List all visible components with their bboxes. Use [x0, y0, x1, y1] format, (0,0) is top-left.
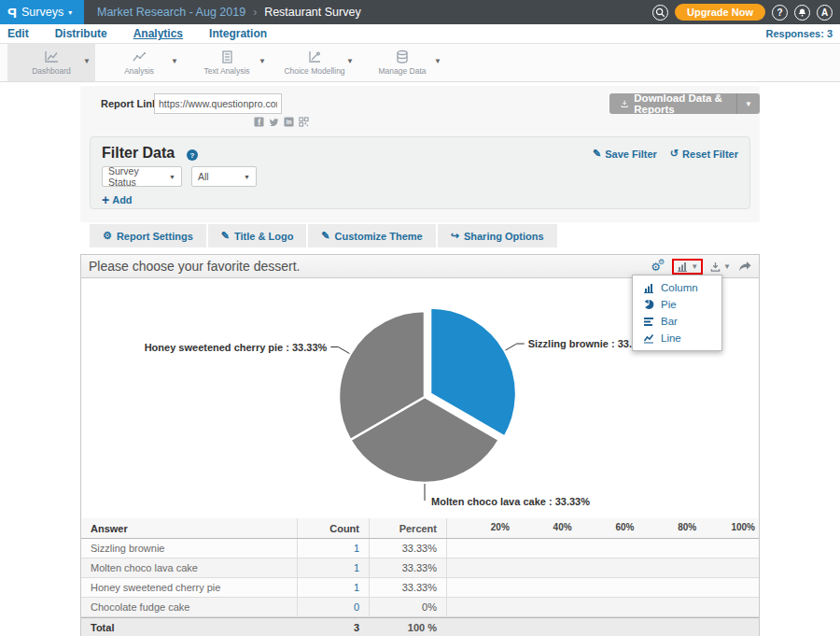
- survey-status-select[interactable]: Survey Status▼: [102, 166, 182, 187]
- search-button[interactable]: [652, 5, 668, 21]
- report-link-input[interactable]: [154, 93, 282, 114]
- notifications-button[interactable]: [794, 5, 810, 21]
- answer-cell: Molten choco lava cake: [81, 558, 297, 577]
- chart-type-menu: Column Pie Bar Line: [632, 275, 722, 351]
- toolbar-item-choice-modelling[interactable]: Choice Modelling ▼: [271, 44, 358, 81]
- choice-modelling-chart-icon: [305, 49, 324, 64]
- toolbar-item-label: Analysis: [124, 66, 154, 76]
- nav-edit[interactable]: Edit: [7, 27, 29, 40]
- surveys-menu[interactable]: P Surveys ▾: [0, 0, 84, 24]
- tab-customize-theme[interactable]: ✎Customize Theme: [308, 224, 435, 247]
- chart-type-button[interactable]: ▼: [677, 261, 698, 272]
- bar-cell: [446, 539, 759, 558]
- nav-integration[interactable]: Integration: [209, 27, 267, 40]
- table-row: Molten choco lava cake 1 33.33%: [81, 558, 759, 578]
- bar-chart-icon: [643, 317, 654, 327]
- avatar[interactable]: A: [817, 5, 833, 21]
- header-answer: Answer: [81, 518, 297, 538]
- tab-label: Customize Theme: [335, 231, 423, 242]
- menu-item-label: Bar: [661, 316, 678, 327]
- filter-data-title: Filter Data: [102, 145, 175, 162]
- share-icon: ↪: [451, 230, 459, 242]
- chart-settings-button[interactable]: ⚙⚙: [651, 259, 665, 274]
- tab-title-logo[interactable]: ✎Title & Logo: [208, 224, 307, 247]
- axis-tick: 80%: [678, 522, 696, 532]
- filter-value-select[interactable]: All▼: [191, 166, 257, 187]
- qr-code-icon[interactable]: [299, 117, 309, 127]
- table-row: Chocolate fudge cake 0 0%: [81, 598, 759, 617]
- facebook-icon[interactable]: f: [254, 117, 264, 127]
- reset-icon: ↺: [670, 148, 679, 160]
- reset-filter-label: Reset Filter: [682, 148, 738, 160]
- filter-help-icon[interactable]: ?: [187, 149, 198, 161]
- pie-label-leader-line: [506, 344, 525, 350]
- percent-cell: 33.33%: [369, 578, 446, 597]
- axis-ticks: 20% 40% 60% 80% 100%: [446, 518, 759, 538]
- linkedin-icon[interactable]: in: [284, 117, 294, 127]
- count-cell[interactable]: 1: [297, 558, 369, 577]
- bar-cell: [446, 558, 759, 577]
- menu-item-column[interactable]: Column: [633, 279, 721, 296]
- percent-cell: 33.33%: [369, 539, 446, 558]
- bar-cell: [446, 618, 759, 636]
- upgrade-now-button[interactable]: Upgrade Now: [675, 4, 765, 21]
- report-link-label: Report Link: [101, 98, 158, 109]
- chart-share-button[interactable]: [738, 261, 751, 272]
- pie-label-leader-line: [330, 347, 349, 354]
- download-data-reports-button[interactable]: Download Data & Reports ▼: [609, 93, 760, 114]
- breadcrumb: Market Research - Aug 2019 › Restaurant …: [97, 6, 361, 19]
- count-cell[interactable]: 1: [297, 578, 369, 597]
- chart-type-highlight: ▼: [672, 259, 703, 275]
- nav-analytics[interactable]: Analytics: [133, 27, 183, 40]
- add-filter-button[interactable]: +Add: [102, 192, 133, 207]
- menu-item-pie[interactable]: Pie: [633, 296, 721, 313]
- responses-count[interactable]: Responses: 3: [765, 28, 833, 39]
- questionpro-logo: P: [7, 5, 17, 21]
- pie-data-label: Honey sweetened cherry pie : 33.33%: [145, 342, 328, 353]
- tab-report-settings[interactable]: ⚙Report Settings: [90, 224, 206, 247]
- table-total-row: Total 3 100 %: [81, 617, 759, 636]
- chevron-down-icon: ▼: [691, 262, 698, 271]
- menu-item-line[interactable]: Line: [633, 330, 721, 346]
- toolbar-item-dashboard[interactable]: Dashboard ▼: [7, 44, 95, 81]
- download-options-caret[interactable]: ▼: [736, 93, 760, 114]
- menu-item-label: Line: [661, 332, 681, 344]
- breadcrumb-separator: ›: [253, 6, 257, 19]
- toolbar-item-manage-data[interactable]: Manage Data ▼: [358, 44, 446, 81]
- product-name: Surveys: [21, 6, 63, 19]
- tab-sharing-options[interactable]: ↪Sharing Options: [438, 224, 557, 247]
- reset-filter-button[interactable]: ↺Reset Filter: [670, 148, 738, 160]
- toolbar-item-text-analysis[interactable]: Text Analysis ▼: [183, 44, 271, 81]
- pie-data-label: Molten choco lava cake : 33.33%: [431, 496, 590, 507]
- line-chart-icon: [643, 333, 654, 344]
- toolbar-item-analysis[interactable]: Analysis ▼: [95, 44, 183, 81]
- twitter-icon[interactable]: [269, 117, 279, 127]
- filter-data-section: Filter Data ? ✎Save Filter ↺Reset Filter…: [90, 136, 750, 209]
- menu-item-label: Column: [661, 282, 698, 293]
- breadcrumb-current: Restaurant Survey: [264, 6, 361, 19]
- chevron-down-icon: ▼: [259, 57, 266, 65]
- nav-distribute[interactable]: Distribute: [55, 27, 107, 40]
- answer-cell: Honey sweetened cherry pie: [81, 578, 297, 597]
- percent-cell: 0%: [369, 598, 446, 616]
- axis-tick: 100%: [731, 522, 755, 532]
- axis-tick: 60%: [615, 522, 634, 532]
- total-count: 3: [297, 618, 369, 636]
- table-header-row: Answer Count Percent 20% 40% 60% 80% 100…: [81, 518, 759, 539]
- help-button[interactable]: ?: [772, 5, 788, 21]
- chevron-down-icon: ▼: [723, 262, 731, 271]
- count-cell[interactable]: 1: [297, 539, 369, 558]
- report-tabs: ⚙Report Settings ✎Title & Logo ✎Customiz…: [90, 224, 557, 247]
- survey-status-value: Survey Status: [108, 165, 169, 188]
- save-filter-button[interactable]: ✎Save Filter: [593, 148, 657, 160]
- count-cell[interactable]: 0: [297, 598, 369, 616]
- question-chart-panel: Please choose your favorite dessert. ⚙⚙ …: [80, 254, 760, 636]
- download-icon: [621, 98, 628, 109]
- share-arrow-icon: [738, 261, 751, 272]
- save-filter-label: Save Filter: [605, 148, 657, 160]
- chevron-down-icon: ▾: [68, 8, 72, 17]
- breadcrumb-parent-link[interactable]: Market Research - Aug 2019: [97, 6, 245, 19]
- results-table: Answer Count Percent 20% 40% 60% 80% 100…: [81, 518, 759, 636]
- chart-download-button[interactable]: ▼: [710, 261, 731, 272]
- menu-item-bar[interactable]: Bar: [633, 313, 721, 330]
